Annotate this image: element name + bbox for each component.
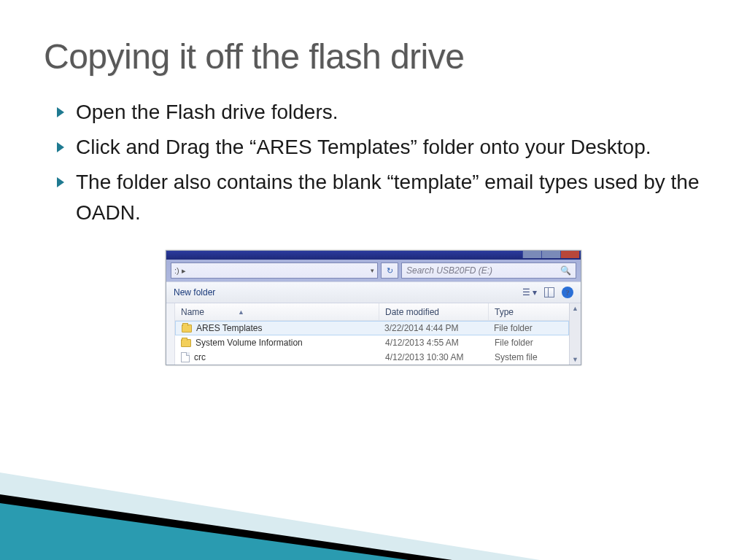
column-type[interactable]: Type (489, 303, 569, 320)
close-button[interactable] (560, 251, 579, 258)
folder-icon (182, 324, 192, 332)
bullet-item: Click and Drag the “ARES Templates” fold… (57, 132, 703, 163)
window-buttons (522, 251, 579, 258)
file-date: 4/12/2013 10:30 AM (379, 352, 489, 362)
bullet-item: Open the Flash drive folders. (57, 97, 703, 128)
file-date: 3/22/2014 4:44 PM (379, 323, 488, 333)
bullet-item: The folder also contains the blank “temp… (57, 167, 703, 228)
search-icon[interactable]: 🔍 (560, 265, 571, 276)
address-dropdown-icon[interactable]: ▾ (371, 267, 374, 274)
scroll-down-icon[interactable]: ▼ (572, 356, 578, 363)
column-name-label: Name (181, 307, 204, 317)
file-icon (181, 352, 190, 362)
search-input[interactable]: Search USB20FD (E:) 🔍 (401, 262, 576, 279)
file-list: Name ▲ Date modified Type ARES Templates… (175, 303, 569, 365)
slide: Copying it off the flash drive Open the … (0, 0, 747, 560)
preview-pane-button[interactable] (544, 287, 554, 298)
column-name[interactable]: Name ▲ (175, 303, 379, 320)
address-bar-row: :) ▸ ▾ ↻ Search USB20FD (E:) 🔍 (166, 260, 581, 281)
file-type: File folder (488, 323, 568, 333)
file-row[interactable]: System Volume Information 4/12/2013 4:55… (175, 335, 569, 350)
file-name: ARES Templates (196, 323, 263, 333)
column-date[interactable]: Date modified (379, 303, 489, 320)
refresh-button[interactable]: ↻ (381, 262, 398, 279)
bullet-list: Open the Flash drive folders. Click and … (44, 97, 703, 228)
slide-title: Copying it off the flash drive (44, 36, 703, 77)
file-type: File folder (489, 338, 569, 348)
search-placeholder: Search USB20FD (E:) (406, 265, 492, 276)
file-type: System file (489, 352, 569, 362)
help-icon[interactable]: ? (562, 287, 573, 298)
window-titlebar[interactable] (166, 251, 581, 260)
file-name: System Volume Information (196, 338, 303, 348)
folder-icon (181, 339, 191, 347)
toolbar: New folder ☰ ▾ ? (166, 281, 581, 303)
file-date: 4/12/2013 4:55 AM (379, 338, 489, 348)
view-button[interactable]: ☰ ▾ (522, 287, 537, 298)
file-name: crc (194, 352, 206, 362)
address-path: :) ▸ (174, 266, 186, 276)
explorer-window: :) ▸ ▾ ↻ Search USB20FD (E:) 🔍 New folde… (166, 250, 581, 365)
file-row[interactable]: crc 4/12/2013 10:30 AM System file (175, 350, 569, 365)
maximize-button[interactable] (541, 251, 560, 258)
minimize-button[interactable] (522, 251, 541, 258)
column-headers[interactable]: Name ▲ Date modified Type (175, 303, 569, 321)
decor-triangle (0, 503, 409, 560)
scrollbar[interactable]: ▲ ▼ (569, 303, 581, 365)
explorer-body: Name ▲ Date modified Type ARES Templates… (166, 303, 581, 365)
nav-pane-sliver (166, 303, 175, 365)
address-bar[interactable]: :) ▸ ▾ (171, 262, 378, 279)
sort-asc-icon: ▲ (238, 308, 244, 316)
scroll-up-icon[interactable]: ▲ (572, 305, 578, 312)
new-folder-button[interactable]: New folder (174, 287, 215, 298)
file-row[interactable]: ARES Templates 3/22/2014 4:44 PM File fo… (175, 321, 569, 335)
